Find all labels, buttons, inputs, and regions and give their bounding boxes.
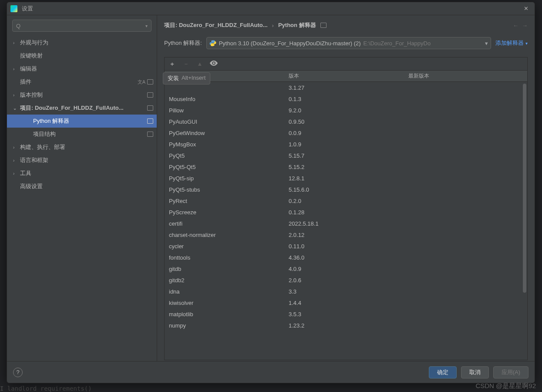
sidebar-item-label: 高级设置 xyxy=(20,182,153,190)
package-row[interactable]: Pillow9.2.0 xyxy=(165,105,527,116)
install-tooltip: 安装 Alt+Insert xyxy=(163,72,210,84)
sidebar-item-7[interactable]: 项目结构 xyxy=(7,128,157,141)
package-version: 5.15.6.0 xyxy=(284,186,404,193)
close-icon[interactable]: ✕ xyxy=(521,5,531,12)
sidebar-item-label: Python 解释器 xyxy=(20,117,147,125)
uninstall-icon[interactable]: － xyxy=(182,60,190,68)
col-header-version: 版本 xyxy=(284,72,404,80)
add-interpreter-label: 添加解释器 xyxy=(495,39,524,47)
sidebar-item-0[interactable]: ›外观与行为 xyxy=(7,36,157,49)
sidebar-item-label: 按键映射 xyxy=(20,52,153,60)
titlebar: 设置 ✕ xyxy=(7,2,535,15)
footer: ? 确定 取消 应用(A) xyxy=(7,361,535,383)
scope-badge-icon xyxy=(320,23,327,28)
package-row[interactable]: MouseInfo0.1.3 xyxy=(165,93,527,105)
pycharm-icon xyxy=(10,5,17,12)
package-row[interactable]: PyMsgBox1.0.9 xyxy=(165,139,527,150)
scrollbar-thumb[interactable] xyxy=(523,84,526,293)
package-row[interactable]: fonttools4.36.0 xyxy=(165,252,527,263)
package-row[interactable]: PyRect0.2.0 xyxy=(165,195,527,206)
packages-panel: ＋ － ▲ 安装 Alt+Insert 软件包 版本 最新版本 3. xyxy=(164,57,528,360)
package-row[interactable]: PyQt55.15.7 xyxy=(165,150,527,161)
package-name: fonttools xyxy=(165,254,284,261)
package-row[interactable]: PyScreeze0.1.28 xyxy=(165,206,527,218)
sidebar-item-4[interactable]: ›版本控制 xyxy=(7,88,157,101)
sidebar-item-label: 外观与行为 xyxy=(20,39,153,47)
chevron-right-icon: › xyxy=(272,22,274,29)
package-row[interactable]: charset-normalizer2.0.12 xyxy=(165,229,527,240)
package-row[interactable]: PyQt5-sip12.8.1 xyxy=(165,172,527,184)
package-name: PyQt5 xyxy=(165,152,284,159)
package-name: numpy xyxy=(165,322,284,329)
install-icon[interactable]: ＋ xyxy=(168,60,176,68)
cancel-button[interactable]: 取消 xyxy=(461,366,489,378)
content-pane: 项目: DouZero_For_HLDDZ_FullAuto... › Pyth… xyxy=(157,15,535,361)
chevron-right-icon: › xyxy=(13,93,20,98)
package-row[interactable]: idna3.3 xyxy=(165,286,527,297)
search-box[interactable]: Q ▾ xyxy=(12,20,151,32)
interpreter-dropdown[interactable]: Python 3.10 (DouZero_For_HappyDouDiZhu-m… xyxy=(206,37,491,49)
package-version: 5.15.7 xyxy=(284,152,404,159)
package-version: 4.36.0 xyxy=(284,254,404,261)
sidebar-item-3[interactable]: 插件文A xyxy=(7,75,157,88)
chevron-down-icon: ⌄ xyxy=(13,106,20,111)
package-row[interactable]: PyQt5-Qt55.15.2 xyxy=(165,161,527,172)
eye-icon[interactable] xyxy=(210,60,218,68)
package-name: PyQt5-stubs xyxy=(165,186,284,193)
package-row[interactable]: cycler0.11.0 xyxy=(165,240,527,252)
package-version: 0.2.0 xyxy=(284,198,404,204)
sidebar-item-label: 项目结构 xyxy=(20,130,147,138)
breadcrumb-project[interactable]: 项目: DouZero_For_HLDDZ_FullAuto... xyxy=(164,21,268,29)
package-version: 4.0.9 xyxy=(284,266,404,272)
sidebar-item-5[interactable]: ⌄项目: DouZero_For_HLDDZ_FullAuto... xyxy=(7,101,157,115)
search-caret-icon[interactable]: ▾ xyxy=(145,24,148,28)
upgrade-icon[interactable]: ▲ xyxy=(196,61,204,67)
sidebar-item-6[interactable]: Python 解释器 xyxy=(7,115,157,128)
sidebar-item-10[interactable]: ›工具 xyxy=(7,167,157,180)
interpreter-path: E:\DouZero_For_HappyDo xyxy=(364,40,431,47)
package-name: gitdb xyxy=(165,266,284,272)
sidebar-item-1[interactable]: 按键映射 xyxy=(7,49,157,62)
sidebar-item-8[interactable]: ›构建、执行、部署 xyxy=(7,141,157,154)
sidebar: Q ▾ ›外观与行为按键映射›编辑器插件文A›版本控制⌄项目: DouZero_… xyxy=(7,15,157,361)
package-row[interactable]: 3.1.27 xyxy=(165,82,527,93)
chevron-down-icon: ▾ xyxy=(485,40,488,47)
package-row[interactable]: PyQt5-stubs5.15.6.0 xyxy=(165,184,527,195)
package-row[interactable]: matplotlib3.5.3 xyxy=(165,308,527,320)
package-row[interactable]: gitdb4.0.9 xyxy=(165,263,527,274)
package-row[interactable]: numpy1.23.2 xyxy=(165,320,527,331)
package-version: 3.1.27 xyxy=(284,84,404,91)
background-code: I landlord requirements() xyxy=(0,385,92,392)
add-interpreter-link[interactable]: 添加解释器 ▾ xyxy=(495,39,528,47)
package-row[interactable]: certifi2022.5.18.1 xyxy=(165,218,527,229)
nav-back-icon[interactable]: ← xyxy=(513,22,518,29)
breadcrumb: 项目: DouZero_For_HLDDZ_FullAuto... › Pyth… xyxy=(164,21,513,29)
packages-toolbar: ＋ － ▲ 安装 Alt+Insert xyxy=(165,57,527,71)
packages-list[interactable]: 3.1.27MouseInfo0.1.3Pillow9.2.0PyAutoGUI… xyxy=(165,82,527,360)
breadcrumb-row: 项目: DouZero_For_HLDDZ_FullAuto... › Pyth… xyxy=(157,15,535,34)
sidebar-item-label: 插件 xyxy=(20,78,138,86)
package-name: PyAutoGUI xyxy=(165,118,284,125)
settings-tree[interactable]: ›外观与行为按键映射›编辑器插件文A›版本控制⌄项目: DouZero_For_… xyxy=(7,36,157,357)
package-version: 5.15.2 xyxy=(284,164,404,170)
scope-badge-icon xyxy=(147,79,153,84)
chevron-right-icon: › xyxy=(13,67,20,71)
package-row[interactable]: kiwisolver1.4.4 xyxy=(165,297,527,308)
apply-button[interactable]: 应用(A) xyxy=(493,366,529,378)
package-name: MouseInfo xyxy=(165,96,284,102)
package-row[interactable]: PyGetWindow0.0.9 xyxy=(165,127,527,139)
sidebar-item-2[interactable]: ›编辑器 xyxy=(7,62,157,75)
ok-button[interactable]: 确定 xyxy=(429,366,457,378)
sidebar-item-9[interactable]: ›语言和框架 xyxy=(7,154,157,167)
sidebar-item-label: 项目: DouZero_For_HLDDZ_FullAuto... xyxy=(20,104,147,112)
help-icon[interactable]: ? xyxy=(13,368,23,377)
scope-badge-icon xyxy=(147,92,153,98)
package-version: 2022.5.18.1 xyxy=(284,220,404,227)
search-icon: Q xyxy=(16,23,20,29)
package-row[interactable]: PyAutoGUI0.9.50 xyxy=(165,116,527,127)
package-row[interactable]: gitdb22.0.6 xyxy=(165,274,527,286)
nav-forward-icon[interactable]: → xyxy=(522,22,528,29)
package-name: Pillow xyxy=(165,107,284,114)
search-input[interactable] xyxy=(22,23,145,29)
sidebar-item-11[interactable]: 高级设置 xyxy=(7,180,157,193)
